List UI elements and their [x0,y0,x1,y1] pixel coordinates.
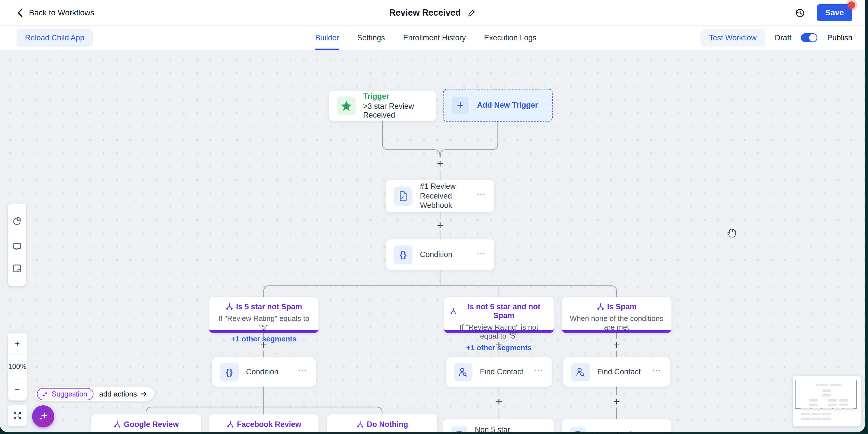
node-menu-icon[interactable]: ⋯ [476,253,487,256]
add-action-button[interactable]: + [493,395,505,408]
branch-more-segments-link[interactable]: +1 other segments [215,335,313,343]
zoom-in-button[interactable]: + [8,333,27,354]
minimap-node-block [811,417,821,420]
branch-title: Is not 5 star and not Spam [460,303,548,320]
add-new-trigger-button[interactable]: + Add New Trigger [443,89,553,122]
toolbar: Reload Child App Builder Settings Enroll… [0,26,865,50]
publish-toggle[interactable] [801,33,817,42]
title-wrap: Review Received [389,8,476,18]
minimap-node-block [822,408,832,410]
branch-condition: When none of the conditions are met [333,432,431,432]
tab-enrollment-history[interactable]: Enrollment History [403,26,466,50]
branch-node-facebook-review[interactable]: Facebook Review If "Review Source" is "F… [209,414,318,432]
review-reply-node-spam[interactable]: Spam Review ⋯ [562,419,672,432]
find-contact-node-right[interactable]: Find Contact ⋯ [563,357,670,386]
save-button[interactable]: Save [817,4,852,21]
branch-condition: If "Review Source" is "Facebook" [215,432,313,432]
tabs: Builder Settings Enrollment History Exec… [315,26,536,50]
add-action-button[interactable]: + [434,157,446,170]
branch-node-is-spam[interactable]: Is Spam When none of the conditions are … [562,297,672,333]
branch-title: Is Spam [607,303,637,311]
node-menu-icon[interactable]: ⋯ [534,370,544,374]
braces-icon: {} [220,363,239,381]
branch-condition: If "Review Rating" is not equal to "5" [450,323,548,341]
branch-condition: If "Review Source" is "Google" [97,432,195,432]
minimap-node-block [828,404,837,406]
comment-bubble-icon[interactable] [12,236,22,258]
plus-icon: + [452,97,469,114]
find-contact-title: Find Contact [597,367,645,377]
branch-title: Facebook Review [237,420,302,429]
minimap-node-block [830,384,842,386]
add-action-button[interactable]: + [610,395,623,408]
branch-node-do-nothing[interactable]: Do Nothing When none of the conditions a… [327,414,437,432]
zoom-controls: + 100% − [8,333,27,401]
workflow-canvas[interactable]: + + + + + + + Trigger >3 star Review Rec… [0,50,865,432]
find-contact-icon [571,363,590,381]
minimap-node-block [811,413,821,415]
reload-child-app-button[interactable]: Reload Child App [17,29,93,46]
minimap-node-block [822,394,831,397]
sparkles-icon [41,390,49,398]
test-workflow-button[interactable]: Test Workflow [701,29,765,46]
add-action-button[interactable]: + [434,219,446,231]
minimap-node-block [809,399,818,402]
stats-pie-icon[interactable] [12,211,22,232]
divider [11,234,23,234]
add-new-trigger-label: Add New Trigger [477,101,538,110]
minimap-node-block [839,399,848,402]
back-label: Back to Workflows [29,8,94,17]
version-history-icon[interactable] [794,7,805,19]
toolbar-right: Test Workflow Draft Publish [701,29,852,46]
review-message-icon [570,427,586,432]
zoom-level: 100% [8,354,27,379]
branch-title: Google Review [124,420,179,429]
add-action-button[interactable]: + [610,339,623,351]
condition-node-top[interactable]: {} Condition ⋯ [386,240,494,270]
minimap[interactable] [793,376,861,426]
node-menu-icon[interactable]: ⋯ [298,370,308,374]
fit-to-screen-button[interactable] [8,405,27,426]
branch-node-is-not-5-star[interactable]: Is not 5 star and not Spam If "Review Ra… [444,297,554,333]
draft-label: Draft [775,33,792,42]
trigger-subtitle: >3 star Review Received [363,102,428,120]
publish-label: Publish [827,33,852,42]
toggle-knob [809,34,816,41]
suggestion-chip[interactable]: Suggestion [37,388,93,400]
review-reply-node-non-5-star[interactable]: Non 5 star review ⋯ [443,419,554,432]
node-menu-icon[interactable]: ⋯ [476,194,487,198]
trigger-node[interactable]: Trigger >3 star Review Received [329,91,436,121]
find-contact-node-left[interactable]: Find Contact ⋯ [446,357,552,386]
suggestion-toast: Suggestion add actions [35,387,154,401]
node-menu-icon[interactable]: ⋯ [652,370,662,374]
webhook-node[interactable]: #1 Review Received Webhook ⋯ [386,180,494,212]
tab-settings[interactable]: Settings [357,26,385,50]
tab-execution-logs[interactable]: Execution Logs [484,26,536,50]
header: Back to Workflows Review Received Save [0,0,865,26]
minimap-node-block [809,404,818,406]
branch-node-google-review[interactable]: Google Review If "Review Source" is "Goo… [91,414,201,432]
split-branch-icon [597,303,604,311]
minimap-node-block [844,408,854,410]
edit-pencil-icon[interactable] [468,9,476,17]
canvas-tools-panel [8,204,26,286]
webhook-document-icon [394,187,412,206]
zoom-out-button[interactable]: − [8,379,27,401]
tab-builder[interactable]: Builder [315,26,339,50]
back-to-workflows-button[interactable]: Back to Workflows [17,8,94,18]
minimap-node-block [811,408,821,410]
action-node-title: Spam Review [593,430,646,432]
minimap-node-block [816,384,828,386]
review-message-icon [451,427,467,432]
arrow-right-icon [140,390,147,398]
ai-assistant-button[interactable] [32,405,54,428]
add-actions-link[interactable]: add actions [99,390,147,399]
branch-condition: When none of the conditions are met [567,314,666,332]
condition-node-mid[interactable]: {} Condition ⋯ [212,357,316,386]
workflow-builder-window: Back to Workflows Review Received Save R… [0,0,865,432]
branch-more-segments-link[interactable]: +1 other segments [450,343,548,352]
sticky-note-icon[interactable] [12,258,22,279]
split-branch-icon [113,421,121,428]
branch-node-is-5-star-not-spam[interactable]: Is 5 star not Spam If "Review Rating" eq… [209,297,318,333]
split-branch-icon [226,303,233,311]
